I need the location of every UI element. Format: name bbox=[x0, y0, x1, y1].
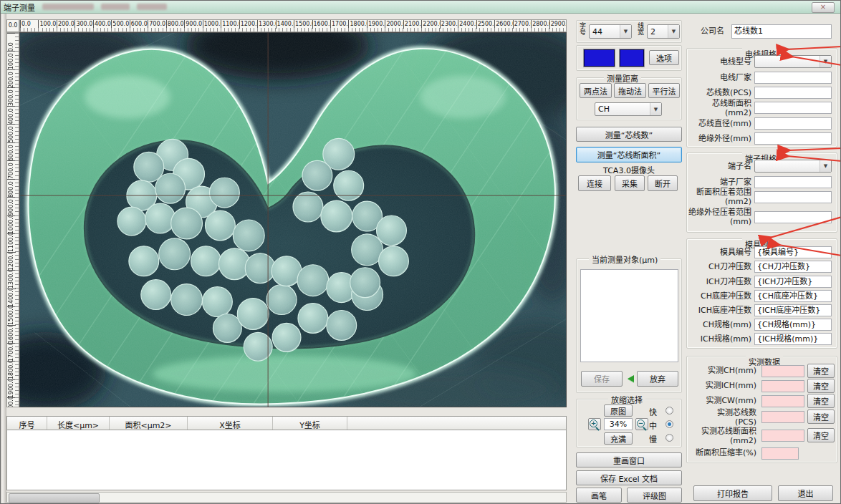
color-group: 选项 bbox=[576, 45, 682, 71]
clear-core-count-button[interactable]: 清空 bbox=[807, 410, 835, 424]
terminal-name-label: 端子名 bbox=[688, 163, 751, 172]
zoom-percent: 34% bbox=[604, 418, 633, 430]
zoom-out-button[interactable] bbox=[635, 418, 648, 430]
h-ruler: 0.0100.0200.0300.0400.0500.0600.0700.080… bbox=[19, 19, 567, 32]
current-object-listbox[interactable] bbox=[580, 269, 678, 362]
close-button[interactable]: × bbox=[812, 2, 835, 13]
col-length[interactable]: 长度<μm> bbox=[47, 417, 110, 430]
redacted-text bbox=[101, 4, 130, 10]
disconnect-button[interactable]: 断开 bbox=[648, 175, 678, 191]
chevron-down-icon: ▼ bbox=[820, 56, 831, 67]
text-style-group: 字号 44▼ 线宽 2▼ bbox=[576, 20, 682, 43]
terminal-name-select[interactable]: ▼ bbox=[754, 160, 832, 173]
ruler-corner: 0.0 bbox=[6, 19, 19, 32]
col-index[interactable]: 序号 bbox=[7, 417, 47, 430]
font-size-value: 44 bbox=[592, 27, 602, 37]
measure-distance-title: 测量距离 bbox=[604, 72, 641, 84]
crimp-area-range-label: 断面积压着范围 (mm2) bbox=[687, 188, 751, 206]
clear-ich-button[interactable]: 清空 bbox=[807, 379, 835, 393]
ich-spec-input[interactable]: {ICH规格(mm)} bbox=[754, 333, 832, 345]
col-filler bbox=[347, 417, 566, 430]
title-bar: 端子测量 bbox=[1, 1, 841, 14]
options-button[interactable]: 选项 bbox=[649, 50, 679, 65]
font-size-select[interactable]: 44▼ bbox=[589, 24, 632, 39]
zoom-in-button[interactable] bbox=[588, 418, 601, 430]
measured-core-count-label: 实测芯线数 (PCS) bbox=[688, 409, 756, 427]
ch-spec-input[interactable]: {CH规格(mm)} bbox=[754, 319, 832, 331]
ch-base-count-label: CH底座冲压数 bbox=[685, 292, 751, 301]
save-measure-button[interactable]: 保存 bbox=[581, 371, 623, 387]
wire-model-select[interactable]: ▼ bbox=[754, 55, 832, 68]
h-scrollbar-thumb[interactable] bbox=[9, 493, 100, 503]
parallel-method-button[interactable]: 平行法 bbox=[648, 83, 680, 98]
channel-value: CH bbox=[598, 105, 610, 114]
connect-button[interactable]: 连接 bbox=[578, 175, 611, 191]
mold-number-input[interactable]: {模具编号} bbox=[754, 246, 832, 258]
insulation-crimp-range-input[interactable] bbox=[754, 211, 832, 223]
ch-blade-count-label: CH刀冲压数 bbox=[688, 263, 751, 272]
measured-core-area-input[interactable] bbox=[761, 430, 804, 442]
pen-button[interactable]: 画笔 bbox=[576, 488, 622, 503]
compression-rate-input[interactable] bbox=[761, 447, 799, 460]
fill-button[interactable]: 充满 bbox=[604, 432, 633, 445]
current-object-title: 当前测量对象(μm) bbox=[589, 253, 660, 265]
clear-core-area-button[interactable]: 清空 bbox=[807, 428, 835, 442]
ch-blade-count-input[interactable]: {CH刀冲压数} bbox=[754, 261, 832, 273]
two-point-method-button[interactable]: 两点法 bbox=[580, 83, 612, 98]
color-swatch-2[interactable] bbox=[620, 49, 644, 67]
wire-model-label: 电线型号 bbox=[688, 58, 751, 67]
measured-cw-label: 实测CW(mm) bbox=[688, 397, 756, 406]
capture-button[interactable]: 采集 bbox=[615, 175, 645, 191]
terminal-maker-input[interactable] bbox=[754, 176, 832, 188]
compression-rate-label: 断面积压缩率(%) bbox=[683, 449, 756, 458]
ich-base-count-input[interactable]: {ICH底座冲压数} bbox=[754, 304, 832, 316]
measured-cw-input[interactable] bbox=[761, 395, 804, 407]
ich-blade-count-input[interactable]: {ICH刀冲压数} bbox=[754, 276, 832, 288]
company-input[interactable]: 芯线数1 bbox=[731, 24, 832, 39]
insulation-od-input[interactable] bbox=[754, 132, 832, 145]
core-diameter-input[interactable] bbox=[754, 117, 832, 130]
core-area-input[interactable] bbox=[754, 102, 832, 114]
grade-chart-button[interactable]: 评级图 bbox=[627, 488, 682, 503]
ich-blade-count-label: ICH刀冲压数 bbox=[688, 278, 751, 287]
core-count-input[interactable] bbox=[754, 87, 832, 99]
measured-core-count-input[interactable] bbox=[761, 411, 804, 423]
results-table-body[interactable] bbox=[6, 430, 567, 490]
microscope-canvas[interactable] bbox=[19, 32, 567, 407]
col-x[interactable]: X坐标 bbox=[188, 417, 273, 430]
discard-button[interactable]: 放弃 bbox=[637, 371, 678, 387]
clear-cw-button[interactable]: 清空 bbox=[807, 394, 835, 408]
col-area[interactable]: 面积<μm2> bbox=[110, 417, 188, 430]
ch-base-count-input[interactable]: {CH底座冲压数} bbox=[754, 290, 832, 302]
terminal-maker-label: 端子厂家 bbox=[688, 178, 751, 188]
color-swatch-1[interactable] bbox=[584, 49, 615, 67]
measure-core-area-button[interactable]: 测量“芯线断面积” bbox=[576, 147, 682, 163]
original-size-button[interactable]: 原图 bbox=[604, 404, 633, 417]
speed-slow-radio[interactable] bbox=[665, 434, 673, 442]
clear-ch-button[interactable]: 清空 bbox=[807, 364, 835, 378]
drag-method-button[interactable]: 拖动法 bbox=[614, 83, 646, 98]
crimp-area-range-input[interactable] bbox=[754, 191, 832, 203]
wire-maker-input[interactable] bbox=[754, 72, 832, 84]
microscope-image bbox=[20, 33, 566, 407]
channel-select[interactable]: CH▼ bbox=[595, 102, 662, 116]
measured-ch-input[interactable] bbox=[761, 365, 804, 377]
v-ruler: 0.0100.0200.0300.0400.0500.0600.0700.080… bbox=[6, 32, 19, 407]
measure-core-count-button[interactable]: 测量“芯线数” bbox=[576, 127, 682, 142]
speed-fast-label: 快 bbox=[649, 406, 657, 417]
h-scrollbar[interactable] bbox=[6, 492, 567, 503]
mold-number-label: 模具编号 bbox=[688, 248, 751, 258]
speed-medium-radio[interactable] bbox=[665, 420, 673, 428]
zoom-in-icon bbox=[589, 419, 600, 430]
exit-button[interactable]: 退出 bbox=[778, 485, 833, 501]
measured-ich-input[interactable] bbox=[761, 380, 804, 392]
speed-fast-radio[interactable] bbox=[665, 407, 673, 415]
line-width-select[interactable]: 2▼ bbox=[647, 24, 680, 39]
redraw-window-button[interactable]: 重画窗口 bbox=[576, 452, 682, 467]
print-report-button[interactable]: 打印报告 bbox=[693, 485, 772, 501]
col-y[interactable]: Y坐标 bbox=[273, 417, 347, 430]
camera-label: TCA3.0摄像头 bbox=[576, 164, 682, 174]
line-width-value: 2 bbox=[650, 27, 655, 37]
ch-spec-label: CH规格(mm) bbox=[688, 321, 751, 330]
save-excel-button[interactable]: 保存 Excel 文档 bbox=[576, 470, 682, 485]
